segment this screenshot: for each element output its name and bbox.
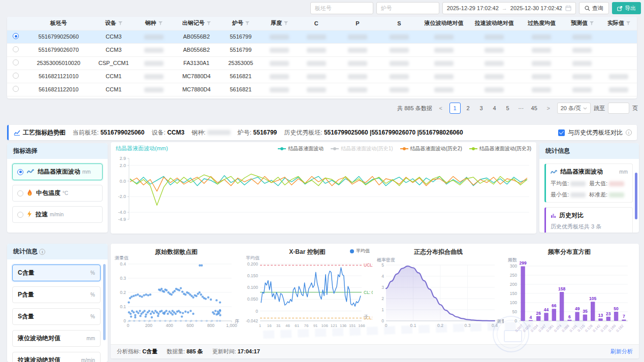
refresh-analysis-link[interactable]: 刷新分析	[610, 348, 633, 355]
svg-text:0.150: 0.150	[247, 273, 259, 278]
blurred-value	[144, 87, 164, 92]
row-radio[interactable]	[13, 86, 19, 92]
table-cell	[520, 56, 564, 70]
table-row[interactable]: 5616821122010CCM1MC7880D45616821	[7, 83, 637, 96]
page-button[interactable]: 3	[476, 103, 487, 114]
metric-item[interactable]: 液位波动绝对值mm	[12, 330, 101, 347]
indicator-panel: 指标选择 结晶器液面波动mm中包温度°C拉速m/min	[7, 143, 108, 233]
option-radio[interactable]	[17, 212, 23, 218]
blurred-value	[307, 87, 326, 92]
blurred-value	[572, 61, 592, 66]
filter-icon[interactable]	[158, 21, 163, 25]
legend-item[interactable]: 结晶器液面波动(历史1)	[331, 145, 393, 152]
blurred-value	[485, 48, 504, 53]
xbar-chart-cell: 平均值 X-Bar 控制图 平均值 0.2000.1500.1000.0500-…	[242, 244, 373, 343]
table-cell	[469, 30, 520, 43]
page-button[interactable]: 5	[502, 103, 513, 114]
column-header: 实际值	[601, 17, 637, 30]
table-row[interactable]: 5516799026070CCM3AB0556B25516799	[7, 43, 637, 56]
blurred-value	[270, 87, 289, 92]
stats-scrollbar[interactable]	[635, 173, 637, 219]
filter-icon[interactable]	[626, 21, 630, 25]
table-cell	[564, 43, 601, 56]
option-radio[interactable]	[17, 190, 23, 196]
svg-text:0.4: 0.4	[120, 261, 126, 267]
table-cell	[297, 30, 335, 43]
table-row[interactable]: 25353005010020CSP_CCM1FA3130A125353005	[7, 56, 637, 70]
trend-title: 工艺指标趋势图	[23, 128, 66, 137]
metric-item[interactable]: 拉速波动绝对值m/min	[12, 352, 101, 362]
blurred-value	[307, 61, 326, 66]
svg-text:200: 200	[510, 282, 517, 287]
column-header: 拉速波动绝对值	[469, 17, 520, 30]
blurred-value	[348, 87, 367, 92]
column-header: 厚度	[261, 17, 297, 30]
analysis-metric: 分析指标: C含量	[117, 348, 157, 355]
page-button[interactable]: 4	[489, 103, 500, 114]
indicator-option-bolt[interactable]: 拉速m/min	[12, 206, 103, 223]
filter-icon[interactable]	[118, 21, 122, 25]
column-header: C	[297, 17, 335, 30]
legend-item[interactable]: 结晶器液面波动	[278, 145, 324, 152]
table-cell	[335, 70, 379, 83]
filter-icon[interactable]	[245, 21, 249, 25]
page-button[interactable]: 45	[529, 103, 540, 114]
table-cell	[601, 43, 637, 56]
svg-text:50: 50	[614, 306, 619, 311]
metric-item[interactable]: P含量%	[12, 286, 101, 303]
next-page-button[interactable]: >	[543, 103, 554, 114]
svg-text:158: 158	[558, 286, 565, 291]
jump-page-input[interactable]	[608, 103, 629, 114]
table-cell: CSP_CCM1	[92, 56, 135, 70]
page-button[interactable]: 1	[449, 103, 461, 114]
row-radio[interactable]	[13, 73, 19, 79]
table-cell: 5616821121010	[24, 70, 92, 83]
option-radio[interactable]	[17, 169, 23, 175]
search-button[interactable]: 查询	[579, 2, 609, 14]
legend-item[interactable]: 结晶器液面波动(历史2)	[400, 145, 462, 152]
legend-line-icon	[278, 148, 286, 149]
svg-text:0.2: 0.2	[120, 290, 126, 295]
table-cell: CCM3	[92, 30, 135, 43]
legend-item[interactable]: 结晶器液面波动(历史3)	[469, 145, 531, 152]
svg-text:13: 13	[598, 313, 603, 318]
page-button[interactable]: 2	[463, 103, 474, 114]
prev-page-button[interactable]: <	[435, 103, 446, 114]
normal-chart-cell: 正态分布拟合曲线 概率密度 01234500.10.20.30.4测量	[373, 244, 504, 343]
indicator-option-flame[interactable]: 中包温度°C	[12, 185, 103, 202]
page-ellipsis: ···	[516, 103, 527, 114]
page-size-select[interactable]: 20 条/页	[557, 103, 591, 114]
metric-item[interactable]: C含量%	[12, 265, 101, 281]
metric-item[interactable]: S含量%	[12, 308, 101, 325]
svg-text:26: 26	[536, 311, 541, 316]
table-row[interactable]: 5516799025060CCM3AB0556B25516799	[7, 30, 637, 43]
svg-text:76: 76	[304, 323, 308, 328]
blurred-value	[532, 48, 551, 53]
table-row[interactable]: 5616821121010CCM1MC7880D45616821	[7, 70, 637, 83]
metrics-scrollbar[interactable]	[103, 264, 106, 340]
indicator-option-wave[interactable]: 结晶器液面波动mm	[12, 163, 103, 180]
svg-text:4: 4	[530, 315, 532, 320]
export-button-label: 导出	[625, 5, 636, 12]
svg-text:0.061: 0.061	[545, 324, 554, 333]
table-cell	[335, 30, 379, 43]
blurred-value	[348, 35, 367, 40]
table-cell: CCM3	[92, 43, 135, 56]
row-radio[interactable]	[13, 46, 19, 52]
furnace-number-input[interactable]	[376, 2, 439, 14]
row-radio[interactable]	[13, 59, 19, 65]
device: 设备: CCM3	[151, 128, 184, 137]
filter-icon[interactable]	[207, 21, 211, 25]
slab-table-card: 板坯号设备钢种出钢记号炉号厚度CPS液位波动绝对值拉速波动绝对值过热度均值预测值…	[7, 17, 637, 98]
slab-number-input[interactable]	[310, 2, 373, 14]
trend-title-group: 工艺指标趋势图	[14, 128, 66, 137]
filter-icon[interactable]	[284, 21, 288, 25]
svg-text:0.200: 0.200	[247, 261, 259, 267]
search-toolbar: 2025-12-29 17:02:42 → 2025-12-30 17:02:4…	[310, 2, 641, 14]
filter-icon[interactable]	[590, 21, 594, 25]
row-radio[interactable]	[13, 33, 19, 39]
compare-history-checkbox[interactable]: 与历史优秀板坯对比 i	[558, 128, 632, 137]
date-range-picker[interactable]: 2025-12-29 17:02:42 → 2025-12-30 17:02:4…	[442, 2, 576, 14]
svg-text:0: 0	[385, 323, 388, 328]
export-button[interactable]: 导出	[612, 2, 641, 14]
